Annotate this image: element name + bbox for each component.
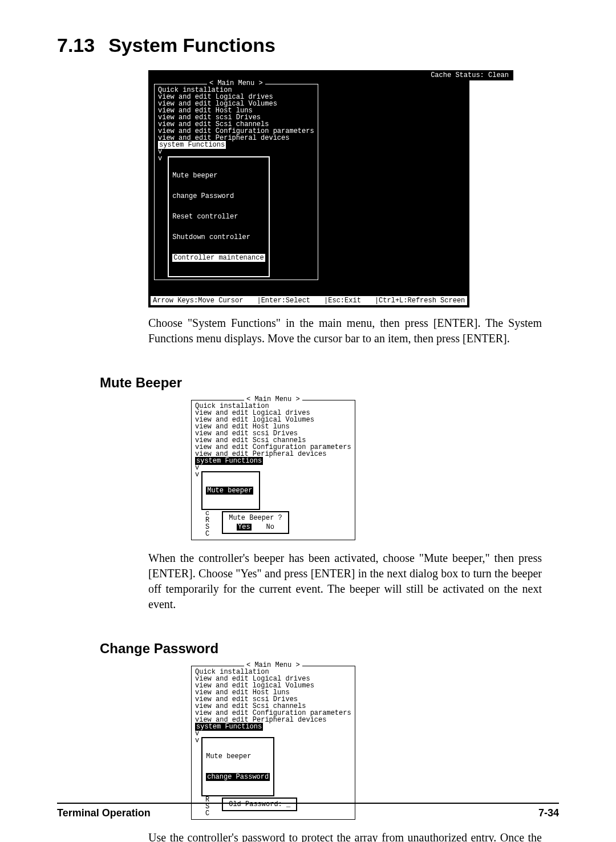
menu-item-selected[interactable]: system Functions bbox=[195, 723, 263, 731]
cache-status-label: Cache Status: Clean bbox=[148, 70, 513, 80]
paragraph: When the controller's beeper has been ac… bbox=[148, 550, 542, 612]
menu-tail: v bbox=[195, 471, 199, 478]
menu-item-selected[interactable]: system Functions bbox=[158, 141, 226, 149]
menu-tail: v bbox=[158, 155, 162, 162]
submenu-item[interactable]: Shutdown controller bbox=[172, 234, 265, 241]
submenu-item-selected[interactable]: Mute beeper bbox=[206, 487, 253, 495]
paragraph: Choose "System Functions" in the main me… bbox=[148, 315, 542, 346]
main-menu-box: < Main Menu > Quick installation view an… bbox=[154, 84, 318, 280]
side-letter: C bbox=[205, 531, 209, 537]
paragraph: Use the controller's password to protect… bbox=[148, 830, 542, 842]
hint-enter: |Enter:Select bbox=[257, 297, 310, 304]
main-menu-box: < Main Menu > Quick installation view an… bbox=[191, 400, 355, 540]
menu-tail: v bbox=[195, 464, 351, 471]
section-number: 7.13 bbox=[57, 34, 95, 56]
submenu-item[interactable]: Mute beeper bbox=[172, 172, 265, 179]
menu-tail: v bbox=[195, 730, 351, 737]
dialog-yes-button[interactable]: Yes bbox=[237, 524, 252, 531]
hint-refresh: |Ctrl+L:Refresh Screen bbox=[375, 297, 465, 304]
hint-arrows: Arrow Keys:Move Cursor bbox=[153, 297, 243, 304]
section-title-text: System Functions bbox=[108, 34, 275, 56]
submenu-item-selected[interactable]: Controller maintenance bbox=[172, 254, 265, 262]
submenu-box: Mute beeper bbox=[201, 471, 260, 510]
submenu-box: Mute beeper change Password Reset contro… bbox=[168, 156, 269, 277]
menu-tail: v bbox=[195, 737, 199, 744]
section-heading: 7.13System Functions bbox=[57, 34, 559, 56]
submenu-box: Mute beeper change Password bbox=[201, 737, 274, 796]
dialog-question: Mute Beeper ? bbox=[229, 515, 282, 521]
dialog-no-button[interactable]: No bbox=[266, 524, 274, 531]
mute-beeper-dialog: Mute Beeper ? Yes No bbox=[222, 511, 289, 534]
hint-esc: |Esc:Exit bbox=[324, 297, 361, 304]
figure-system-functions-terminal: Cache Status: Clean < Main Menu > Quick … bbox=[148, 70, 513, 307]
subheading-change-password: Change Password bbox=[100, 641, 559, 657]
page-footer: Terminal Operation 7-34 bbox=[57, 803, 559, 819]
main-menu-box: < Main Menu > Quick installation view an… bbox=[191, 666, 355, 820]
subheading-mute-beeper: Mute Beeper bbox=[100, 375, 559, 391]
footer-right: 7-34 bbox=[538, 807, 559, 819]
footer-left: Terminal Operation bbox=[57, 807, 151, 819]
figure-mute-beeper: < Main Menu > Quick installation view an… bbox=[185, 396, 425, 543]
submenu-item[interactable]: Reset controller bbox=[172, 213, 265, 220]
menu-tail: v bbox=[158, 148, 314, 155]
submenu-item-selected[interactable]: change Password bbox=[206, 773, 270, 781]
menu-item-selected[interactable]: system Functions bbox=[195, 457, 263, 465]
figure-change-password: < Main Menu > Quick installation view an… bbox=[185, 662, 425, 822]
submenu-item[interactable]: Mute beeper bbox=[206, 753, 270, 760]
terminal-statusbar: Arrow Keys:Move Cursor |Enter:Select |Es… bbox=[151, 296, 467, 305]
submenu-item[interactable]: change Password bbox=[172, 193, 265, 200]
